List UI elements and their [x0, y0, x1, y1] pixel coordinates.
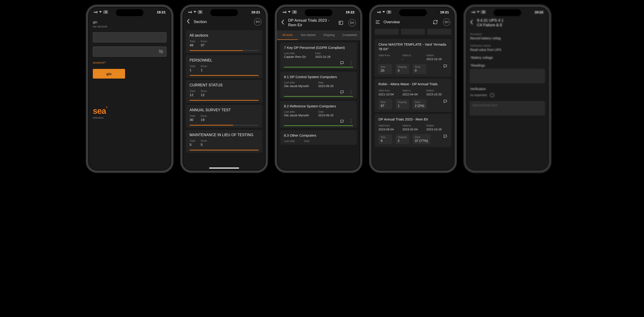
eye-off-icon[interactable] — [158, 49, 164, 54]
done-stat: Done37 (77%) — [412, 134, 430, 144]
notch — [494, 9, 521, 16]
comment-input[interactable]: Add comment here — [470, 101, 545, 115]
more-icon[interactable]: ⋮ — [349, 121, 353, 122]
tab-not-started[interactable]: Not started — [298, 30, 318, 40]
phone-tests: ••ıl 36 19:22 DP Annual Trials 2023 - Re… — [275, 4, 362, 173]
header: DP Annual Trials 2023 - Rem Eir EH — [277, 16, 360, 30]
tab-completed[interactable]: Completed — [339, 30, 360, 40]
tab-ongoing[interactable]: Ongoing — [318, 30, 339, 40]
section-card[interactable]: CURRENT STATUS Total:12 Done:12 — [186, 80, 262, 103]
total-value: 30 — [190, 118, 196, 122]
progress-bar — [284, 67, 353, 68]
edited-value: 2023-10-26 — [426, 128, 445, 131]
comment-icon[interactable] — [443, 64, 448, 68]
svg-rect-0 — [339, 21, 343, 25]
verification-details-block: Verification details: Read value from UP… — [470, 44, 545, 52]
ongoing-stat: Ongoing0 — [396, 64, 409, 74]
done-value: 19 — [200, 118, 207, 122]
progress-bar — [284, 96, 353, 97]
comment-icon[interactable] — [340, 119, 344, 124]
comment-icon[interactable] — [340, 90, 344, 94]
back-button[interactable] — [281, 20, 284, 26]
forgot-password-link[interactable]: assword? — [93, 61, 166, 64]
progress-bar — [190, 75, 259, 76]
phone-login: ••ıl 36 19:21 gin our account assword? g… — [86, 4, 174, 173]
skeleton-row — [372, 29, 454, 37]
layout-toggle-button[interactable] — [337, 19, 345, 27]
tab-all-tests[interactable]: All tests — [277, 30, 298, 40]
valid-from-value: - — [378, 57, 397, 61]
total-label: Total: — [190, 114, 196, 117]
total-value: 1 — [190, 68, 196, 72]
overview-card[interactable]: DP Annual Trials 2023 - Rem Eir Valid fr… — [375, 114, 451, 147]
section-card-title: ANNUAL SURVEY TEST — [190, 108, 259, 112]
avatar[interactable]: EH — [443, 18, 450, 26]
phone-detail: ••ıl 36 19:22 9.4.31 UPS 4 1 C4 Failure … — [464, 4, 551, 173]
last-edits-label: Last edits — [284, 110, 309, 113]
back-button[interactable] — [470, 20, 473, 26]
avatar[interactable]: EH — [254, 18, 262, 26]
as-expected-radio[interactable] — [490, 93, 494, 97]
edited-label: Edited: — [426, 124, 445, 127]
valid-to-label: Valid to: — [402, 124, 421, 127]
more-icon[interactable]: ⋮ — [349, 62, 353, 63]
progress-bar — [284, 125, 353, 126]
page-title: Section — [194, 20, 250, 24]
test-title: 7 Key DP Personnel (GDPR Compliant) — [284, 46, 353, 50]
section-card[interactable]: All sections Total:48 Done:37 — [186, 30, 262, 53]
test-title: 8.2 Reference System Computers — [284, 104, 353, 108]
edited-label: Edited: — [426, 89, 445, 92]
new-stat: New20 — [378, 64, 392, 74]
home-indicator — [209, 168, 239, 169]
done-label: Done: — [200, 40, 207, 42]
test-card[interactable]: 8.2 Reference System Computers Last edit… — [280, 101, 357, 128]
clock: 19:21 — [251, 10, 260, 14]
more-icon[interactable]: ⋮ — [349, 92, 353, 92]
refresh-button[interactable] — [432, 18, 439, 26]
done-value: 12 — [200, 93, 207, 97]
test-title: 8.1 DP Control System Computers — [284, 75, 353, 79]
total-value: 12 — [190, 93, 196, 97]
overview-title: Robin - Altera Wave - DP Annual Trials — [378, 82, 448, 86]
header: Section EH — [183, 16, 266, 28]
overview-card[interactable]: Clone MASTER TEMPLATE - Vard "Armada 78 … — [375, 39, 451, 77]
date-label: Date: — [318, 81, 334, 84]
test-card[interactable]: 7 Key DP Personnel (GDPR Compliant) Last… — [280, 42, 357, 69]
total-value: 48 — [190, 43, 196, 47]
signal-icon: ••ıl — [94, 10, 98, 14]
last-edits-label: Last edits — [284, 52, 306, 54]
email-field[interactable] — [93, 32, 166, 42]
section-card[interactable]: ANNUAL SURVEY TEST Total:30 Done:19 — [186, 105, 262, 128]
battery-icon: 36 — [481, 10, 486, 14]
section-card[interactable]: PERSONNEL Total:1 Done:1 — [186, 55, 262, 78]
section-card[interactable]: MAINTENANCE IN LIEU OF TESTING Total:5 D… — [186, 130, 262, 153]
test-card[interactable]: 8.1 DP Control System Computers Last edi… — [280, 72, 357, 98]
avatar[interactable]: EH — [348, 19, 356, 26]
valid-from-value: 2021-10-04 — [378, 92, 397, 96]
last-edits-label: Last edits — [284, 140, 295, 142]
date-value: 2023-10-26 — [315, 55, 330, 58]
battery-icon: 36 — [387, 10, 391, 14]
readings-input[interactable] — [470, 69, 545, 83]
done-label: Done: — [200, 140, 207, 142]
comment-icon[interactable] — [443, 99, 448, 104]
comment-icon[interactable] — [340, 61, 344, 65]
wifi-icon — [288, 10, 291, 14]
menu-icon[interactable] — [376, 20, 380, 24]
battery-voltage-label: Battery voltage — [471, 56, 493, 60]
readings-field: *Readings — [470, 64, 545, 83]
back-button[interactable] — [187, 19, 190, 25]
done-label: Done: — [200, 65, 207, 68]
procedure-value: Record battery voltag — [470, 36, 545, 40]
clock: 19:22 — [346, 10, 354, 14]
login-button[interactable]: gin — [93, 69, 125, 78]
test-card[interactable]: 8.3 Other Computers Last edits Date: — [280, 130, 357, 145]
comment-icon[interactable] — [443, 134, 448, 138]
overview-card[interactable]: Robin - Altera Wave - DP Annual Trials V… — [375, 78, 451, 112]
notch — [116, 9, 144, 16]
wifi-icon — [476, 10, 480, 14]
procedure-block: Procedure Record battery voltag — [470, 33, 545, 40]
valid-from-value: 2023-09-04 — [378, 128, 397, 131]
valid-from-label: Valid from: — [378, 89, 397, 92]
password-field[interactable] — [93, 46, 166, 57]
